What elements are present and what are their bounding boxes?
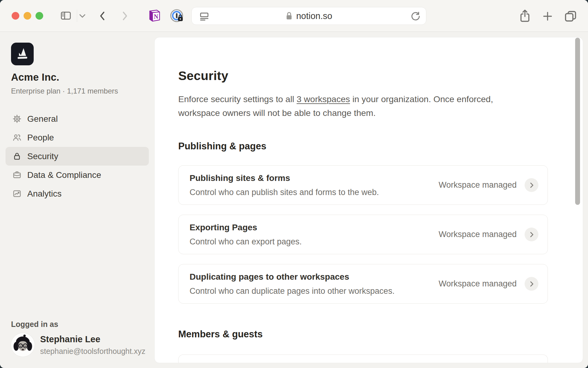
sidebar-toggle-icon [59,10,73,22]
onepassword-extension-button[interactable] [169,8,185,24]
sidebar-item-label: People [27,133,54,143]
setting-card-duplicating-pages[interactable]: Duplicating pages to other workspaces Co… [178,264,548,304]
setting-description: Control who can export pages. [190,237,302,247]
traffic-light-close[interactable] [12,12,19,20]
intro-text: Enforce security settings to all 3 works… [178,92,498,120]
intro-before: Enforce security settings to all [178,94,297,104]
setting-card-partial[interactable] [178,355,548,363]
sidebar-item-general[interactable]: General [6,109,149,128]
workspace-name: Acme Inc. [11,71,59,83]
lock-icon [12,151,22,161]
workspace-meta: Enterprise plan · 1,171 members [11,87,118,95]
sidebar-menu-button[interactable] [78,13,86,18]
traffic-light-maximize[interactable] [36,12,43,20]
setting-card-actions: Workspace managed [439,277,538,291]
setting-description: Control who can duplicate pages into oth… [190,286,394,296]
safari-window: N [0,0,588,368]
user-name: Stephanie Lee [40,334,100,344]
url-display: notion.so [192,7,426,25]
new-tab-icon [541,10,554,22]
back-icon [97,9,108,23]
sidebar-item-security[interactable]: Security [6,147,149,166]
chevron-down-icon [78,13,86,18]
new-tab-button[interactable] [541,10,554,22]
setting-card-actions: Workspace managed [439,178,538,192]
section-heading-publishing: Publishing & pages [178,141,548,152]
tab-overview-button[interactable] [564,9,578,23]
status-badge: Workspace managed [439,230,517,239]
onepassword-favicon [169,8,185,24]
sidebar-item-label: Security [27,151,58,161]
sidebar-toggle-button[interactable] [59,10,73,22]
reload-button[interactable] [410,11,421,22]
setting-title: Exporting Pages [190,223,302,232]
workspaces-link[interactable]: 3 workspaces [297,94,350,104]
notion-favicon: N [147,9,161,23]
user-email: stephanie@toolsforthought.xyz [40,347,145,356]
setting-card-publishing-sites[interactable]: Publishing sites & forms Control who can… [178,165,548,205]
setting-card-text: Publishing sites & forms Control who can… [190,173,379,197]
settings-content-panel: Security Enforce security settings to al… [154,37,583,363]
forward-icon [119,9,130,23]
setting-title: Publishing sites & forms [190,173,379,183]
status-badge: Workspace managed [439,279,517,289]
setting-description: Control who can publish sites and forms … [190,188,379,197]
sidebar-item-analytics[interactable]: Analytics [6,184,149,203]
open-setting-button[interactable] [525,277,538,291]
avatar[interactable] [11,333,35,357]
open-setting-button[interactable] [525,228,538,241]
url-text: notion.so [296,11,332,21]
chart-icon [12,189,22,198]
publishing-cards: Publishing sites & forms Control who can… [178,165,548,304]
open-setting-button[interactable] [525,178,538,192]
share-button[interactable] [518,9,532,23]
workspace-logo [11,43,34,65]
share-icon [518,9,532,23]
traffic-light-minimize[interactable] [24,12,31,20]
sailboat-icon [14,46,30,62]
page-body: Acme Inc. Enterprise plan · 1,171 member… [0,32,588,368]
setting-card-text: Duplicating pages to other workspaces Co… [190,272,394,296]
status-badge: Workspace managed [439,180,517,190]
chevron-right-icon [528,280,535,288]
page-title: Security [178,69,548,83]
scrollbar-thumb[interactable] [575,38,580,205]
sidebar-item-label: General [27,114,58,124]
back-button[interactable] [97,9,108,23]
section-heading-members: Members & guests [178,329,548,340]
setting-card-actions: Workspace managed [439,228,538,241]
address-bar[interactable]: notion.so [191,7,426,25]
sidebar-item-label: Analytics [27,189,62,199]
logged-in-as-label: Logged in as [11,320,58,329]
settings-nav: General People [6,109,149,203]
chevron-right-icon [528,182,535,189]
forward-button[interactable] [119,9,130,23]
setting-card-text: Exporting Pages Control who can export p… [190,223,302,247]
toolbar-divider [77,10,77,22]
svg-text:N: N [154,13,158,20]
gear-icon [12,114,22,124]
chevron-right-icon [528,231,535,238]
sidebar-item-data-compliance[interactable]: Data & Compliance [6,166,149,184]
setting-title: Duplicating pages to other workspaces [190,272,394,282]
briefcase-icon [12,170,22,180]
sidebar-item-people[interactable]: People [6,128,149,147]
sidebar-item-label: Data & Compliance [27,170,101,180]
browser-toolbar: N [0,0,588,32]
padlock-icon [285,11,293,21]
tab-overview-icon [564,9,578,23]
notion-app-button[interactable]: N [147,9,161,23]
people-icon [12,133,22,142]
setting-card-exporting-pages[interactable]: Exporting Pages Control who can export p… [178,215,548,254]
